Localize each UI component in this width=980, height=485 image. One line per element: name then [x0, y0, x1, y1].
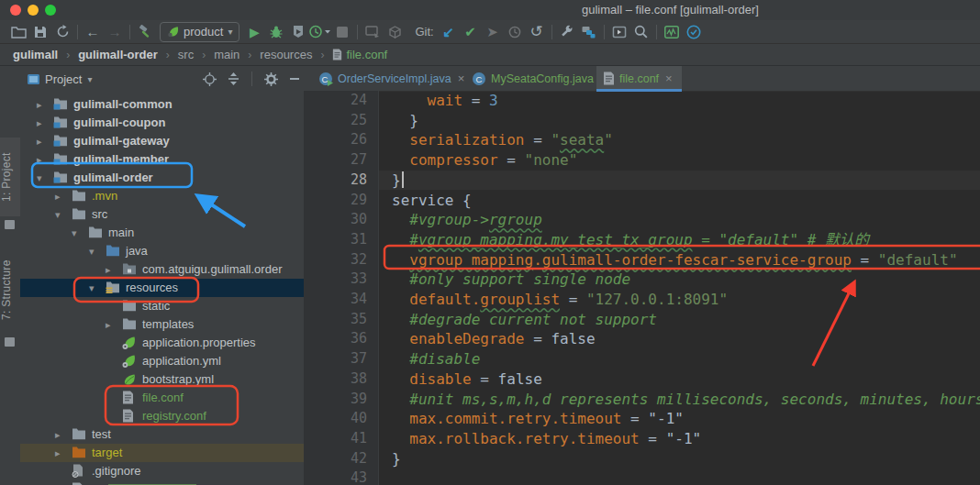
terminal-run-icon[interactable]	[608, 23, 630, 41]
code-line-27[interactable]: compressor = "none"	[392, 150, 577, 171]
toolwindow-tab-structure[interactable]: 7: Structure	[0, 248, 20, 332]
tree-item-registry-conf[interactable]: registry.conf	[20, 407, 304, 425]
tree-item-main[interactable]: ▾main	[20, 224, 304, 242]
close-tab-icon[interactable]: ×	[458, 72, 465, 85]
vcs-update-icon[interactable]: ↙	[438, 23, 460, 41]
vcs-commit-icon[interactable]: ✔	[460, 23, 482, 41]
expand-arrow-icon[interactable]: ▸	[37, 95, 42, 114]
collapse-arrow-icon[interactable]: ▾	[89, 242, 95, 260]
code-line-31[interactable]: #vgroup_mapping.my_test_tx_group = "defa…	[392, 230, 869, 250]
code-line-34[interactable]: default.grouplist = "127.0.0.1:8091"	[392, 290, 728, 310]
breadcrumb-item[interactable]: main	[214, 48, 239, 61]
code-area[interactable]: wait = 3 } serialization = "seata" compr…	[304, 91, 980, 485]
code-line-42[interactable]: }	[392, 449, 401, 469]
tree-item-src[interactable]: ▾src	[20, 205, 304, 224]
tree-item-target[interactable]: ▸target	[20, 444, 304, 462]
expand-arrow-icon[interactable]: ▸	[55, 187, 61, 205]
gear-icon[interactable]	[262, 70, 280, 88]
tree-item-gulimall-order[interactable]: ▾gulimall-order	[20, 169, 304, 187]
tree-item-gulimall-common[interactable]: ▸gulimall-common	[20, 95, 304, 114]
tree-item-templates[interactable]: ▸templates	[20, 315, 304, 334]
tree-item-application-properties[interactable]: application.properties	[20, 334, 304, 352]
vcs-push-icon[interactable]: ➤	[482, 23, 504, 41]
minimize-window-button[interactable]	[28, 5, 39, 16]
tree-item-gulimall-gateway[interactable]: ▸gulimall-gateway	[20, 132, 304, 150]
expand-arrow-icon[interactable]: ▸	[106, 315, 111, 334]
collapse-arrow-icon[interactable]: ▾	[37, 169, 42, 187]
tree-item-gulimall-member[interactable]: ▸gulimall-member	[20, 150, 304, 169]
stop-icon[interactable]	[331, 23, 353, 41]
expand-arrow-icon[interactable]: ▸	[37, 150, 42, 169]
locate-file-icon[interactable]	[200, 70, 218, 88]
tree-item-java[interactable]: ▾java	[20, 242, 304, 260]
collapse-all-icon[interactable]	[224, 70, 242, 88]
code-line-28[interactable]: }	[392, 171, 401, 191]
tree-item-resources[interactable]: ▾resources	[20, 279, 304, 297]
close-tab-icon[interactable]: ×	[665, 72, 673, 85]
hide-panel-icon[interactable]	[285, 70, 304, 88]
tree-item--gitignore[interactable]: .gitignore	[20, 462, 304, 480]
code-line-32[interactable]: vgroup_mapping.gulimall-order-fescar-ser…	[392, 250, 958, 270]
toolwindow-tab-project[interactable]: 1: Project	[0, 138, 20, 216]
code-line-35[interactable]: #degrade current not support	[392, 310, 657, 330]
breadcrumb-item[interactable]: src	[178, 48, 194, 61]
settings-wrench-icon[interactable]	[556, 23, 578, 41]
breadcrumb-item[interactable]: resources	[260, 48, 312, 61]
rollback-icon[interactable]: ↺	[526, 23, 548, 41]
attach-device-icon[interactable]	[362, 23, 384, 41]
breadcrumb-item-file[interactable]: file.conf	[332, 48, 387, 61]
code-line-40[interactable]: max.commit.retry.timeout = "-1"	[392, 409, 684, 429]
open-folder-icon[interactable]	[7, 23, 29, 41]
tree-item--mvn[interactable]: ▸.mvn	[20, 187, 304, 205]
editor-tab-myseataconfig-java[interactable]: CMySeataConfig.java×	[465, 66, 592, 91]
build-hammer-icon[interactable]	[134, 23, 156, 41]
editor-tab-file-conf[interactable]: file.conf×	[596, 66, 682, 91]
tree-item-test[interactable]: ▸test	[20, 425, 304, 444]
code-line-37[interactable]: #disable	[392, 349, 480, 369]
forward-icon[interactable]: →	[104, 23, 126, 41]
vcs-history-icon[interactable]	[504, 23, 526, 41]
profiler-monitor-icon[interactable]	[661, 23, 683, 41]
code-line-25[interactable]: }	[392, 111, 418, 131]
tree-item-static[interactable]: static	[20, 297, 304, 315]
expand-arrow-icon[interactable]: ▸	[55, 425, 61, 444]
code-line-36[interactable]: enableDegrade = false	[392, 329, 596, 349]
run-configuration-select[interactable]: product ▾	[160, 22, 239, 42]
close-window-button[interactable]	[10, 5, 21, 16]
code-line-38[interactable]: disable = false	[392, 369, 542, 390]
profiler-icon[interactable]	[309, 23, 331, 41]
collapse-arrow-icon[interactable]: ▾	[89, 279, 95, 297]
code-line-26[interactable]: serialization = "seata"	[392, 130, 613, 150]
breadcrumb-item[interactable]: gulimall	[13, 48, 58, 61]
code-line-29[interactable]: service {	[392, 191, 472, 211]
code-line-30[interactable]: #vgroup->rgroup	[392, 210, 542, 230]
inspections-check-icon[interactable]	[683, 23, 705, 41]
expand-arrow-icon[interactable]: ▸	[37, 114, 42, 132]
expand-arrow-icon[interactable]: ▸	[55, 444, 61, 462]
collapse-arrow-icon[interactable]: ▾	[72, 224, 77, 242]
code-line-41[interactable]: max.rollback.retry.timeout = "-1"	[392, 429, 701, 449]
expand-arrow-icon[interactable]: ▸	[37, 132, 42, 150]
search-icon[interactable]	[630, 23, 652, 41]
tree-item-bootstrap-yml[interactable]: bootstrap.yml	[20, 370, 304, 389]
collapse-arrow-icon[interactable]: ▾	[55, 205, 61, 224]
tree-item-gulimall-coupon[interactable]: ▸gulimall-coupon	[20, 114, 304, 132]
code-line-24[interactable]: wait = 3	[392, 91, 498, 111]
sync-icon[interactable]	[51, 23, 73, 41]
tree-item-application-yml[interactable]: application.yml	[20, 352, 304, 370]
debug-icon[interactable]	[265, 23, 287, 41]
run-icon[interactable]: ▶	[243, 23, 265, 41]
project-structure-icon[interactable]	[578, 23, 600, 41]
run-coverage-icon[interactable]	[287, 23, 309, 41]
code-line-33[interactable]: #only support single node	[392, 270, 630, 290]
editor-tab-orderserviceimpl-java[interactable]: COrderServiceImpl.java×	[312, 66, 453, 91]
build-artifact-icon[interactable]	[384, 23, 406, 41]
tree-item-com-atguigu-gulimall-order[interactable]: ▸com.atguigu.gulimall.order	[20, 260, 304, 279]
save-icon[interactable]	[29, 23, 51, 41]
project-panel-title[interactable]: Project	[45, 72, 82, 86]
back-icon[interactable]: ←	[82, 23, 104, 41]
zoom-window-button[interactable]	[45, 5, 56, 16]
breadcrumb-item[interactable]: gulimall-order	[78, 48, 158, 61]
expand-arrow-icon[interactable]: ▸	[106, 260, 111, 279]
code-line-39[interactable]: #unit ms,s,m,h,d represents milliseconds…	[392, 390, 980, 410]
